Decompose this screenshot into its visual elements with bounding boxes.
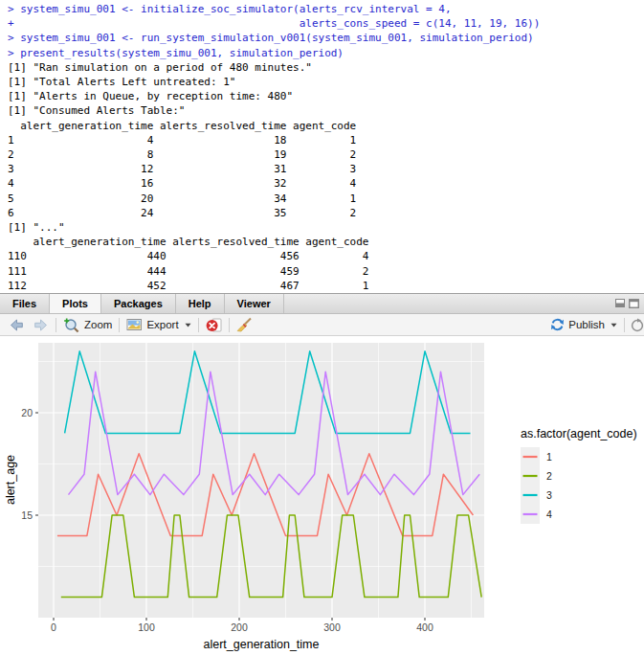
maximize-icon — [629, 299, 639, 308]
window-buttons — [615, 299, 639, 308]
x-tick-label: 300 — [323, 621, 341, 633]
publish-button-label: Publish — [568, 319, 605, 330]
legend-title: as.factor(agent_code) — [521, 427, 637, 440]
console-line: 4 16 32 4 — [8, 176, 644, 191]
console-line: 2 8 19 2 — [8, 147, 644, 162]
console-line: [1] "Alerts in Queue, by reception time:… — [8, 89, 644, 103]
x-tick-label: 100 — [138, 621, 155, 633]
tab-help[interactable]: Help — [176, 294, 225, 313]
console-line: > system_simu_001 <- run_system_simulati… — [8, 31, 644, 45]
export-caret-icon — [185, 323, 191, 328]
toolbar-separator — [229, 318, 230, 332]
console-line: 5 20 34 1 — [8, 192, 644, 206]
plot-chart: 01002003004001520alert_generation_timeal… — [0, 336, 644, 655]
clear-plots-button[interactable] — [233, 316, 256, 333]
y-tick-label: 20 — [21, 407, 33, 418]
export-button[interactable]: Export — [122, 317, 194, 332]
remove-plot-button[interactable] — [202, 317, 226, 333]
console-output[interactable]: > system_simu_001 <- initialize_soc_simu… — [0, 0, 644, 293]
console-line: > present_results(system_simu_001, simul… — [8, 46, 644, 60]
x-axis-title: alert_generation_time — [204, 638, 320, 651]
console-line: 110 440 456 4 — [8, 249, 644, 263]
y-tick-label: 15 — [21, 509, 33, 521]
zoom-button-label: Zoom — [84, 319, 112, 330]
x-tick-label: 400 — [416, 621, 433, 633]
back-arrow-icon — [9, 318, 25, 332]
y-axis-title: alert_age — [4, 455, 17, 505]
tab-packages[interactable]: Packages — [101, 294, 176, 313]
forward-arrow-icon — [33, 318, 49, 332]
publish-caret-icon — [611, 323, 617, 328]
plot-area: 01002003004001520alert_generation_timeal… — [0, 336, 644, 655]
toolbar-separator — [624, 318, 625, 332]
console-line: 6 24 35 2 — [8, 206, 644, 220]
plots-toolbar: Zoom Export — [0, 314, 644, 336]
rstudio-window: > system_simu_001 <- initialize_soc_simu… — [0, 0, 644, 655]
legend-label: 1 — [546, 451, 552, 463]
broom-icon — [236, 317, 253, 332]
remove-plot-icon — [206, 318, 222, 332]
export-image-icon — [126, 318, 143, 331]
console-line: > system_simu_001 <- initialize_soc_simu… — [8, 2, 644, 16]
publish-button[interactable]: Publish — [546, 317, 621, 332]
tab-files[interactable]: Files — [0, 294, 50, 313]
x-tick-label: 0 — [51, 621, 56, 633]
console-line: 111 444 459 2 — [8, 264, 644, 279]
tab-viewer[interactable]: Viewer — [225, 294, 284, 313]
minimize-pane-button[interactable] — [615, 299, 625, 308]
console-line: [1] "Ran simulation on a period of 480 m… — [8, 60, 644, 75]
zoom-magnifier-icon — [63, 317, 80, 333]
console-line: + alerts_cons_speed = c(14, 11, 19, 16)) — [8, 16, 644, 31]
forward-button[interactable] — [29, 317, 53, 333]
refresh-icon — [630, 318, 644, 333]
console-line: 1 4 18 1 — [8, 133, 644, 147]
console-line: alert_generation_time alerts_resolved_ti… — [8, 119, 644, 133]
legend-label: 2 — [546, 470, 552, 482]
export-button-label: Export — [146, 319, 178, 330]
toolbar-separator — [56, 318, 56, 332]
console-line: 3 12 31 3 — [8, 162, 644, 176]
publish-icon — [550, 318, 565, 331]
toolbar-separator — [119, 318, 120, 332]
console-line: 112 452 467 1 — [8, 279, 644, 293]
plots-pane: FilesPlotsPackagesHelpViewer — [0, 293, 644, 655]
tab-plots[interactable]: Plots — [50, 294, 101, 313]
console-line: alert_generation_time alerts_resolved_ti… — [8, 235, 644, 249]
console-line: [1] "Total Alerts Left untreated: 1" — [8, 75, 644, 89]
toolbar-separator — [198, 318, 199, 332]
minimize-icon — [615, 299, 625, 307]
legend-label: 4 — [546, 508, 552, 520]
zoom-button[interactable]: Zoom — [59, 316, 116, 334]
legend-label: 3 — [546, 489, 552, 501]
x-tick-label: 200 — [231, 621, 248, 633]
refresh-button[interactable] — [628, 317, 639, 333]
console-line: [1] "Consumed Alerts Table:" — [8, 103, 644, 118]
tab-bar-tabs: FilesPlotsPackagesHelpViewer — [0, 294, 284, 313]
maximize-pane-button[interactable] — [629, 299, 639, 308]
tab-bar: FilesPlotsPackagesHelpViewer — [0, 294, 644, 314]
console-line: [1] "..." — [8, 220, 644, 235]
back-button[interactable] — [5, 317, 29, 333]
